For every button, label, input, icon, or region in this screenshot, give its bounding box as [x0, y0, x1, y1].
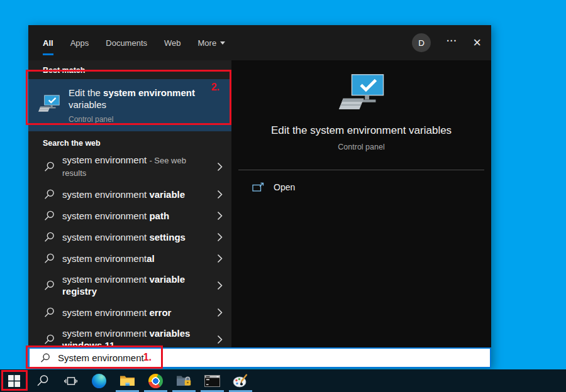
close-icon[interactable]: ×	[473, 36, 481, 50]
annotation-step-1: 1.	[143, 352, 152, 363]
web-suggestion-settings[interactable]: system environment settings	[28, 226, 231, 248]
chevron-right-icon	[217, 211, 223, 220]
chevron-right-icon	[217, 162, 223, 172]
system-properties-icon-large	[338, 74, 386, 116]
open-action[interactable]: Open	[231, 177, 491, 197]
search-icon	[44, 232, 55, 242]
web-suggestion-path[interactable]: system environment path	[28, 205, 231, 226]
chrome-icon	[148, 374, 163, 388]
web-suggestion-variable[interactable]: system environment variable	[28, 183, 231, 205]
preview-title: Edit the system environment variables	[271, 124, 452, 137]
search-icon	[36, 374, 49, 387]
search-icon	[44, 210, 55, 221]
tab-web[interactable]: Web	[164, 25, 181, 60]
web-suggestion-error[interactable]: system environment error	[28, 302, 231, 323]
web-suggestions-list: system environment - See web results sys…	[28, 150, 231, 356]
open-window-icon	[252, 182, 264, 192]
chrome-button[interactable]	[142, 369, 170, 392]
task-view-button[interactable]	[57, 369, 85, 392]
preview-pane: Edit the system environment variables Co…	[231, 60, 491, 347]
chevron-right-icon	[217, 232, 223, 242]
header-actions: D ··· ×	[412, 33, 481, 52]
annotation-step-2: 2.	[211, 82, 219, 93]
annotation-box-best-match: 2.	[26, 70, 231, 125]
chevron-right-icon	[217, 335, 223, 344]
search-icon	[44, 280, 55, 291]
search-icon	[44, 189, 55, 200]
locked-folder-icon	[176, 374, 192, 387]
chevron-right-icon	[217, 254, 223, 263]
command-prompt-icon	[204, 375, 220, 387]
web-suggestion-see-results[interactable]: system environment - See web results	[28, 150, 231, 183]
taskbar-search-button[interactable]	[28, 369, 57, 392]
open-label: Open	[274, 182, 295, 192]
desktop-background: { "colors": { "desktop": "#00a3ee", "pan…	[0, 0, 566, 392]
web-suggestion-variable-registry[interactable]: system environment variableregistry	[28, 269, 231, 302]
tab-apps[interactable]: Apps	[70, 25, 89, 60]
search-icon	[44, 253, 55, 264]
tab-documents[interactable]: Documents	[106, 25, 147, 60]
search-icon	[44, 161, 55, 172]
chevron-right-icon	[217, 308, 223, 317]
tab-more[interactable]: More	[198, 25, 226, 60]
search-icon	[44, 307, 55, 318]
web-suggestion-environmental[interactable]: system environmental	[28, 248, 231, 269]
options-icon[interactable]: ···	[447, 36, 457, 50]
paint-icon	[233, 374, 248, 388]
annotation-box-start-button	[1, 370, 28, 391]
edge-icon	[92, 374, 106, 388]
tab-all[interactable]: All	[43, 25, 53, 60]
task-view-icon	[64, 376, 77, 386]
edge-button[interactable]	[85, 369, 113, 392]
chevron-right-icon	[217, 190, 223, 199]
command-prompt-button[interactable]	[198, 369, 226, 392]
search-the-web-header: Search the web	[28, 131, 231, 150]
avatar[interactable]: D	[412, 33, 431, 52]
taskbar	[0, 369, 566, 392]
locked-folder-button[interactable]	[170, 369, 198, 392]
chevron-right-icon	[217, 281, 223, 290]
search-icon	[44, 334, 55, 345]
annotation-box-search-input: 1.	[26, 346, 163, 369]
preview-subtitle: Control panel	[338, 143, 384, 151]
chevron-down-icon	[220, 41, 225, 45]
divider	[238, 170, 484, 170]
file-explorer-button[interactable]	[113, 369, 142, 392]
paint-button[interactable]	[226, 369, 255, 392]
search-tabs-bar: All Apps Documents Web More D ··· ×	[28, 25, 491, 60]
file-explorer-icon	[119, 374, 135, 387]
